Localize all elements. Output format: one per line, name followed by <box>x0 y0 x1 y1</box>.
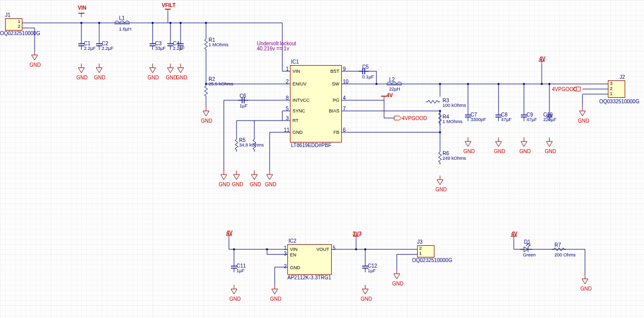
ic1-pinno-4: 4 <box>343 95 346 101</box>
c5-ref: C5 <box>362 64 369 70</box>
net-vfilt: VFILT <box>162 3 175 8</box>
l2-ref: L2 <box>389 77 395 82</box>
ic1-pin-sync: SYNC <box>292 108 305 113</box>
gnd-r5b: GND <box>250 182 261 187</box>
gnd-r2: GND <box>201 118 212 124</box>
j2-pin2: 2 <box>610 86 612 91</box>
d1-ref: D1 <box>524 239 531 245</box>
ic2-pn: AP2112K-3.3TRG1 <box>287 275 331 280</box>
c6-val: 1µF <box>240 103 248 108</box>
c3-val: 33µF <box>155 46 166 51</box>
l1-ref: L1 <box>119 15 125 21</box>
gnd-c8: GND <box>494 149 505 154</box>
c1-val: 2.2µF <box>84 46 96 51</box>
ic1-pin-sw: SW <box>332 81 340 86</box>
gnd-led: GND <box>580 286 592 292</box>
gnd-c4b: GND <box>176 75 187 80</box>
ic2-body: VIN EN GND VOUT <box>287 244 332 275</box>
d1-val: Green <box>523 252 536 257</box>
ic1-pin-fb: FB <box>333 130 339 135</box>
gnd-c10: GND <box>545 149 556 154</box>
gnd-j1: GND <box>30 62 41 68</box>
c11-val: 1µF <box>237 268 245 273</box>
j1-body: 1 2 <box>5 18 22 31</box>
ic1-pinno-5: 5 <box>286 106 289 111</box>
gnd-r6: GND <box>435 187 447 192</box>
gnd-c3: GND <box>148 75 159 80</box>
gnd-c11: GND <box>229 296 241 302</box>
c7-val: 3300pF <box>471 117 486 122</box>
gnd-ic1: GND <box>265 182 276 187</box>
j3-pin2: 2 <box>419 246 422 251</box>
net-4vpgood-in: 4VPGOOD <box>552 86 577 92</box>
j2-pn: OQ0332510000G <box>599 99 639 104</box>
gnd-c2: GND <box>94 75 105 80</box>
ic1-pin-intvcc: INTVCC <box>292 98 310 103</box>
ic2-pin-vin: VIN <box>290 247 298 252</box>
net-3v3: 3V3 <box>353 231 362 237</box>
ic1-pinno-9: 9 <box>343 66 346 72</box>
ic1-pin-bst: BST <box>330 69 339 74</box>
ic1-pinno-6: 6 <box>343 127 346 133</box>
c5-val: 0.1µF <box>362 74 374 79</box>
ic1-pinno-2: 2 <box>286 79 289 84</box>
ic1-pin-enuv: EN/UV <box>292 81 307 86</box>
c8-val: 47µF <box>501 117 512 122</box>
net-vin: VIN <box>78 5 86 11</box>
ic2-pinno-2: 2 <box>284 264 287 269</box>
net-4v-1: 4V <box>539 56 545 62</box>
net-4v-4: 4V <box>511 231 517 237</box>
ic1-body: VIN EN/UV INTVCC SYNC RT GND BST SW PG B… <box>290 65 342 142</box>
gnd-r5a: GND <box>232 182 243 187</box>
net-4v-3: 4V <box>226 230 232 236</box>
net-4vpgood-out: 4VPGOOD <box>402 115 427 121</box>
ic1-pinno-1: 1 <box>286 66 289 72</box>
ic1-pin-rt: RT <box>292 118 299 123</box>
ic2-pin-vout: VOUT <box>316 247 329 252</box>
c2-val: 2.2µF <box>102 46 113 51</box>
ic1-pinno-3: 3 <box>286 115 289 121</box>
ic1-pinno-10: 10 <box>343 79 348 84</box>
note-uvlo-2: 40.216v == 1v <box>257 46 289 51</box>
ic2-pin-gnd: GND <box>290 265 300 270</box>
ic1-pinno-11: 11 <box>284 127 289 133</box>
c4-val: 2.2µF <box>173 46 185 51</box>
j3-ref: J3 <box>417 239 423 245</box>
ic1-pin-bias: BIAS <box>329 108 339 113</box>
gnd-c12: GND <box>361 296 372 302</box>
j3-body: 2 1 <box>417 245 434 257</box>
gnd-j3: GND <box>392 281 403 286</box>
ic1-pinno-7: 7 <box>343 106 346 111</box>
ic2-pinno-1: 1 <box>284 245 287 251</box>
j3-pin1: 1 <box>419 251 422 256</box>
ic1-pin-pg: PG <box>333 98 339 103</box>
ic1-pinno-8: 8 <box>286 95 289 101</box>
r1-val: 1 MOhms <box>209 42 228 47</box>
ic2-ref: IC2 <box>288 238 297 244</box>
c9-val: 47µF <box>526 117 537 122</box>
ic2-pinno-3: 3 <box>284 251 287 256</box>
r3-val: 100 kOhms <box>443 103 466 108</box>
r5-val: 34.8 kOhms <box>239 142 264 148</box>
l1-val: 1.6µH <box>119 26 131 32</box>
j2-pin3: 3 <box>610 81 612 86</box>
gnd-c4a: GND <box>166 75 177 80</box>
j3-pn: OQ0232510000G <box>412 257 452 263</box>
r7-val: 200 Ohms <box>554 252 576 257</box>
gnd-c7: GND <box>463 149 475 154</box>
j1-ref: J1 <box>5 12 11 18</box>
r2-val: 25.5 kOhms <box>209 81 233 86</box>
j1-pin2: 2 <box>18 24 20 29</box>
ic1-pin-vin: VIN <box>292 69 300 74</box>
j2-body: 3 2 1 <box>608 80 625 98</box>
ic2-pin-en: EN <box>290 252 297 257</box>
j1-pin1: 1 <box>18 19 20 24</box>
r4-val: 1 MOhms <box>443 119 462 124</box>
r6-val: 249 kOhms <box>443 156 466 161</box>
gnd-ic2: GND <box>270 296 281 302</box>
gnd-j2: GND <box>578 118 589 124</box>
c10-val: 220µF <box>543 117 557 122</box>
ic1-ref: IC1 <box>291 59 299 65</box>
j2-pin1: 1 <box>610 91 612 96</box>
ic2-pinno-5: 5 <box>333 245 336 251</box>
